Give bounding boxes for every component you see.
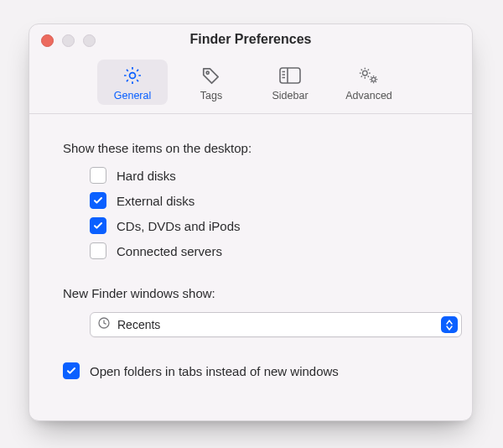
cb-row-external-disks: External disks (90, 192, 438, 209)
tab-general[interactable]: General (97, 60, 168, 105)
open-in-tabs-checkbox[interactable] (63, 362, 80, 379)
tab-label: Sidebar (272, 90, 308, 102)
window-title: Finder Preferences (29, 32, 472, 47)
preferences-window: Finder Preferences General Tags (29, 23, 473, 421)
hard-disks-checkbox[interactable] (90, 167, 106, 184)
titlebar: Finder Preferences (29, 24, 472, 56)
tab-label: General (114, 90, 151, 102)
svg-point-0 (130, 73, 136, 79)
new-window-location-select[interactable]: Recents (90, 312, 462, 337)
desktop-items-heading: Show these items on the desktop: (63, 141, 438, 155)
cds-dvds-checkbox[interactable] (90, 217, 106, 234)
tab-sidebar[interactable]: Sidebar (255, 60, 325, 105)
clock-icon (97, 316, 111, 333)
general-pane: Show these items on the desktop: Hard di… (29, 114, 472, 399)
preferences-toolbar: General Tags (29, 56, 472, 114)
svg-point-8 (371, 77, 375, 81)
cb-row-hard-disks: Hard disks (90, 167, 438, 184)
tab-label: Tags (200, 90, 222, 102)
updown-arrows-icon (441, 316, 458, 333)
new-window-heading: New Finder windows show: (63, 286, 438, 300)
tab-advanced[interactable]: Advanced (334, 60, 404, 105)
tag-icon (200, 65, 223, 86)
gear-icon (121, 65, 144, 86)
cb-row-connected-servers: Connected servers (90, 242, 438, 259)
tab-label: Advanced (345, 90, 392, 102)
checkbox-label: Hard disks (117, 169, 176, 183)
select-value: Recents (117, 318, 434, 331)
checkbox-label: CDs, DVDs and iPods (117, 219, 241, 233)
checkbox-label: Open folders in tabs instead of new wind… (90, 364, 339, 378)
open-in-tabs-row: Open folders in tabs instead of new wind… (63, 362, 438, 379)
checkbox-label: External disks (117, 194, 194, 208)
connected-servers-checkbox[interactable] (90, 242, 106, 259)
sidebar-icon (278, 65, 302, 86)
checkbox-label: Connected servers (117, 244, 222, 258)
tab-tags[interactable]: Tags (176, 60, 246, 105)
svg-point-1 (206, 71, 209, 74)
svg-rect-2 (280, 68, 300, 83)
external-disks-checkbox[interactable] (90, 192, 106, 209)
svg-point-7 (363, 70, 368, 76)
cb-row-cds-dvds-ipods: CDs, DVDs and iPods (90, 217, 438, 234)
gears-icon (357, 65, 381, 86)
